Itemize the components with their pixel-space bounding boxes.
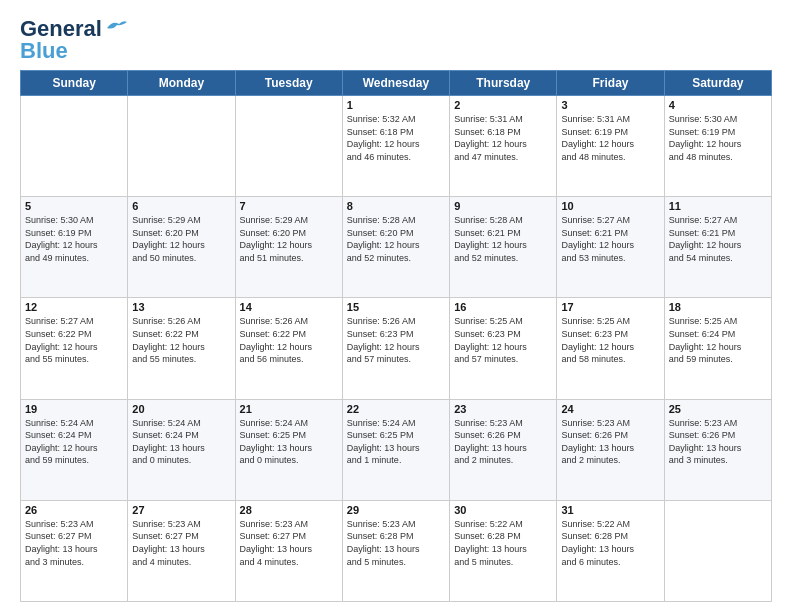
calendar-cell: 11Sunrise: 5:27 AM Sunset: 6:21 PM Dayli… <box>664 197 771 298</box>
calendar-cell: 28Sunrise: 5:23 AM Sunset: 6:27 PM Dayli… <box>235 500 342 601</box>
day-number: 22 <box>347 403 445 415</box>
day-info: Sunrise: 5:30 AM Sunset: 6:19 PM Dayligh… <box>669 113 767 163</box>
calendar-cell: 7Sunrise: 5:29 AM Sunset: 6:20 PM Daylig… <box>235 197 342 298</box>
day-info: Sunrise: 5:24 AM Sunset: 6:25 PM Dayligh… <box>240 417 338 467</box>
day-number: 29 <box>347 504 445 516</box>
day-info: Sunrise: 5:22 AM Sunset: 6:28 PM Dayligh… <box>561 518 659 568</box>
calendar-week-row: 12Sunrise: 5:27 AM Sunset: 6:22 PM Dayli… <box>21 298 772 399</box>
day-info: Sunrise: 5:23 AM Sunset: 6:27 PM Dayligh… <box>240 518 338 568</box>
calendar-week-row: 5Sunrise: 5:30 AM Sunset: 6:19 PM Daylig… <box>21 197 772 298</box>
calendar-cell <box>664 500 771 601</box>
day-number: 14 <box>240 301 338 313</box>
calendar-cell: 2Sunrise: 5:31 AM Sunset: 6:18 PM Daylig… <box>450 96 557 197</box>
day-number: 15 <box>347 301 445 313</box>
day-number: 30 <box>454 504 552 516</box>
calendar-cell: 29Sunrise: 5:23 AM Sunset: 6:28 PM Dayli… <box>342 500 449 601</box>
day-info: Sunrise: 5:24 AM Sunset: 6:24 PM Dayligh… <box>25 417 123 467</box>
day-info: Sunrise: 5:27 AM Sunset: 6:21 PM Dayligh… <box>561 214 659 264</box>
day-number: 10 <box>561 200 659 212</box>
day-info: Sunrise: 5:25 AM Sunset: 6:23 PM Dayligh… <box>561 315 659 365</box>
day-info: Sunrise: 5:24 AM Sunset: 6:25 PM Dayligh… <box>347 417 445 467</box>
day-number: 23 <box>454 403 552 415</box>
day-info: Sunrise: 5:29 AM Sunset: 6:20 PM Dayligh… <box>132 214 230 264</box>
calendar-cell: 3Sunrise: 5:31 AM Sunset: 6:19 PM Daylig… <box>557 96 664 197</box>
calendar-cell: 15Sunrise: 5:26 AM Sunset: 6:23 PM Dayli… <box>342 298 449 399</box>
header: General Blue <box>20 16 772 64</box>
day-number: 27 <box>132 504 230 516</box>
day-number: 6 <box>132 200 230 212</box>
calendar-cell: 5Sunrise: 5:30 AM Sunset: 6:19 PM Daylig… <box>21 197 128 298</box>
day-number: 9 <box>454 200 552 212</box>
calendar-cell: 30Sunrise: 5:22 AM Sunset: 6:28 PM Dayli… <box>450 500 557 601</box>
day-number: 19 <box>25 403 123 415</box>
day-number: 12 <box>25 301 123 313</box>
calendar-cell: 16Sunrise: 5:25 AM Sunset: 6:23 PM Dayli… <box>450 298 557 399</box>
calendar-cell: 20Sunrise: 5:24 AM Sunset: 6:24 PM Dayli… <box>128 399 235 500</box>
day-number: 2 <box>454 99 552 111</box>
calendar-cell: 21Sunrise: 5:24 AM Sunset: 6:25 PM Dayli… <box>235 399 342 500</box>
day-info: Sunrise: 5:23 AM Sunset: 6:27 PM Dayligh… <box>132 518 230 568</box>
calendar-day-header: Friday <box>557 71 664 96</box>
calendar-cell: 25Sunrise: 5:23 AM Sunset: 6:26 PM Dayli… <box>664 399 771 500</box>
day-number: 25 <box>669 403 767 415</box>
day-info: Sunrise: 5:27 AM Sunset: 6:21 PM Dayligh… <box>669 214 767 264</box>
day-number: 3 <box>561 99 659 111</box>
calendar-day-header: Tuesday <box>235 71 342 96</box>
day-number: 4 <box>669 99 767 111</box>
calendar-day-header: Wednesday <box>342 71 449 96</box>
calendar-cell: 4Sunrise: 5:30 AM Sunset: 6:19 PM Daylig… <box>664 96 771 197</box>
calendar-cell <box>235 96 342 197</box>
day-number: 5 <box>25 200 123 212</box>
calendar-day-header: Saturday <box>664 71 771 96</box>
day-number: 17 <box>561 301 659 313</box>
day-number: 24 <box>561 403 659 415</box>
day-info: Sunrise: 5:23 AM Sunset: 6:28 PM Dayligh… <box>347 518 445 568</box>
day-info: Sunrise: 5:31 AM Sunset: 6:18 PM Dayligh… <box>454 113 552 163</box>
calendar-cell <box>128 96 235 197</box>
logo: General Blue <box>20 16 127 64</box>
day-info: Sunrise: 5:27 AM Sunset: 6:22 PM Dayligh… <box>25 315 123 365</box>
day-number: 13 <box>132 301 230 313</box>
calendar-cell: 19Sunrise: 5:24 AM Sunset: 6:24 PM Dayli… <box>21 399 128 500</box>
calendar-day-header: Sunday <box>21 71 128 96</box>
day-info: Sunrise: 5:23 AM Sunset: 6:26 PM Dayligh… <box>561 417 659 467</box>
day-number: 21 <box>240 403 338 415</box>
calendar-cell: 8Sunrise: 5:28 AM Sunset: 6:20 PM Daylig… <box>342 197 449 298</box>
calendar-table: SundayMondayTuesdayWednesdayThursdayFrid… <box>20 70 772 602</box>
day-info: Sunrise: 5:25 AM Sunset: 6:23 PM Dayligh… <box>454 315 552 365</box>
page: General Blue SundayMondayTuesdayWednesda… <box>0 0 792 612</box>
calendar-cell: 6Sunrise: 5:29 AM Sunset: 6:20 PM Daylig… <box>128 197 235 298</box>
day-info: Sunrise: 5:23 AM Sunset: 6:26 PM Dayligh… <box>669 417 767 467</box>
day-number: 16 <box>454 301 552 313</box>
day-info: Sunrise: 5:23 AM Sunset: 6:26 PM Dayligh… <box>454 417 552 467</box>
day-number: 8 <box>347 200 445 212</box>
day-number: 28 <box>240 504 338 516</box>
calendar-cell: 9Sunrise: 5:28 AM Sunset: 6:21 PM Daylig… <box>450 197 557 298</box>
day-number: 11 <box>669 200 767 212</box>
calendar-cell <box>21 96 128 197</box>
day-info: Sunrise: 5:26 AM Sunset: 6:22 PM Dayligh… <box>240 315 338 365</box>
day-info: Sunrise: 5:32 AM Sunset: 6:18 PM Dayligh… <box>347 113 445 163</box>
day-info: Sunrise: 5:30 AM Sunset: 6:19 PM Dayligh… <box>25 214 123 264</box>
calendar-day-header: Thursday <box>450 71 557 96</box>
calendar-cell: 1Sunrise: 5:32 AM Sunset: 6:18 PM Daylig… <box>342 96 449 197</box>
day-info: Sunrise: 5:29 AM Sunset: 6:20 PM Dayligh… <box>240 214 338 264</box>
day-number: 20 <box>132 403 230 415</box>
day-number: 1 <box>347 99 445 111</box>
calendar-cell: 27Sunrise: 5:23 AM Sunset: 6:27 PM Dayli… <box>128 500 235 601</box>
calendar-cell: 13Sunrise: 5:26 AM Sunset: 6:22 PM Dayli… <box>128 298 235 399</box>
day-info: Sunrise: 5:26 AM Sunset: 6:22 PM Dayligh… <box>132 315 230 365</box>
calendar-header-row: SundayMondayTuesdayWednesdayThursdayFrid… <box>21 71 772 96</box>
calendar-cell: 12Sunrise: 5:27 AM Sunset: 6:22 PM Dayli… <box>21 298 128 399</box>
calendar-cell: 24Sunrise: 5:23 AM Sunset: 6:26 PM Dayli… <box>557 399 664 500</box>
day-info: Sunrise: 5:22 AM Sunset: 6:28 PM Dayligh… <box>454 518 552 568</box>
day-number: 7 <box>240 200 338 212</box>
calendar-week-row: 26Sunrise: 5:23 AM Sunset: 6:27 PM Dayli… <box>21 500 772 601</box>
logo-blue: Blue <box>20 38 68 64</box>
day-number: 18 <box>669 301 767 313</box>
day-info: Sunrise: 5:24 AM Sunset: 6:24 PM Dayligh… <box>132 417 230 467</box>
calendar-week-row: 19Sunrise: 5:24 AM Sunset: 6:24 PM Dayli… <box>21 399 772 500</box>
calendar-day-header: Monday <box>128 71 235 96</box>
calendar-cell: 26Sunrise: 5:23 AM Sunset: 6:27 PM Dayli… <box>21 500 128 601</box>
day-info: Sunrise: 5:23 AM Sunset: 6:27 PM Dayligh… <box>25 518 123 568</box>
